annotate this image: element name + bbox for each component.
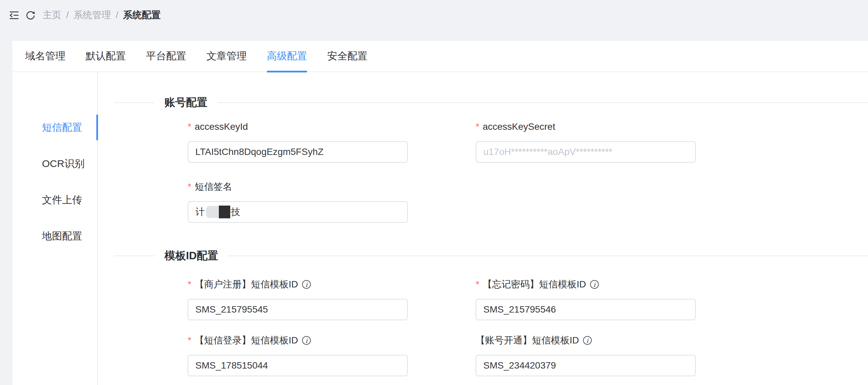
side-item-file-upload[interactable]: 文件上传 (12, 182, 97, 218)
field-access-key-id: * accessKeyId (188, 121, 408, 163)
field-label-text: 【忘记密码】短信模板ID (483, 278, 586, 291)
sms-sign-input[interactable]: 计 技 (188, 201, 408, 223)
required-asterisk: * (188, 279, 191, 290)
field-label: 【账号开通】短信模板ID i (476, 335, 696, 346)
side-item-map-config[interactable]: 地图配置 (12, 218, 97, 254)
template-sms-login-input[interactable] (188, 355, 408, 376)
top-navigation-bar: 主页 / 系统管理 / 系统配置 (0, 0, 868, 30)
required-asterisk: * (188, 121, 191, 132)
section-title-account: 账号配置 (164, 95, 208, 110)
field-template-register: * 【商户注册】短信模板ID i (188, 279, 408, 320)
required-asterisk: * (188, 335, 191, 346)
access-key-secret-input[interactable] (476, 141, 696, 163)
template-forgot-password-input[interactable] (476, 299, 696, 320)
sms-config-panel: 账号配置 * accessKeyId * accessKeySecret * 短… (98, 72, 868, 385)
field-access-key-secret: * accessKeySecret (476, 121, 696, 163)
breadcrumb-home[interactable]: 主页 (43, 9, 61, 22)
template-register-input[interactable] (188, 299, 408, 320)
field-template-forgot-password: * 【忘记密码】短信模板ID i (476, 279, 696, 320)
field-label: * accessKeySecret (476, 121, 696, 133)
template-account-open-input[interactable] (476, 355, 696, 376)
divider-line (114, 102, 154, 103)
sms-sign-value-prefix: 计 (195, 206, 205, 218)
field-label-text: 短信签名 (195, 180, 232, 193)
field-label: * accessKeyId (188, 121, 408, 133)
info-icon[interactable]: i (302, 280, 311, 289)
field-label: * 【短信登录】短信模板ID i (188, 335, 408, 346)
settings-side-menu: 短信配置 OCR识别 文件上传 地图配置 (12, 72, 98, 385)
tab-article-management[interactable]: 文章管理 (207, 41, 247, 72)
settings-tabbar: 域名管理 默认配置 平台配置 文章管理 高级配置 安全配置 (12, 41, 868, 72)
redaction-blob (219, 206, 230, 218)
settings-card: 域名管理 默认配置 平台配置 文章管理 高级配置 安全配置 短信配置 OCR识别… (12, 41, 868, 385)
tab-domain-management[interactable]: 域名管理 (25, 41, 65, 72)
sms-sign-value-suffix: 技 (231, 206, 240, 218)
info-icon[interactable]: i (590, 280, 599, 289)
field-label-text: 【短信登录】短信模板ID (195, 334, 298, 347)
tab-advanced-config[interactable]: 高级配置 (267, 41, 307, 72)
field-label-text: accessKeySecret (483, 121, 555, 132)
info-icon[interactable]: i (583, 336, 592, 345)
collapse-sidebar-icon[interactable] (9, 11, 19, 20)
required-asterisk: * (476, 121, 479, 132)
side-item-sms-config[interactable]: 短信配置 (12, 109, 97, 145)
divider-line (217, 102, 868, 103)
tab-security-config[interactable]: 安全配置 (327, 41, 368, 72)
tab-default-config[interactable]: 默认配置 (86, 41, 126, 72)
required-asterisk: * (476, 279, 479, 290)
section-title-template: 模板ID配置 (164, 248, 218, 263)
side-item-ocr[interactable]: OCR识别 (12, 145, 97, 182)
breadcrumb-separator: / (116, 10, 119, 21)
required-asterisk: * (188, 181, 191, 192)
breadcrumb-separator: / (66, 10, 69, 21)
field-template-sms-login: * 【短信登录】短信模板ID i (188, 335, 408, 376)
section-divider-template: 模板ID配置 (114, 248, 868, 263)
breadcrumb: 主页 / 系统管理 / 系统配置 (43, 9, 161, 22)
access-key-id-input[interactable] (188, 141, 408, 163)
breadcrumb-current-page: 系统配置 (123, 9, 161, 22)
info-icon[interactable]: i (302, 336, 311, 345)
field-label: * 【忘记密码】短信模板ID i (476, 279, 696, 290)
section-divider-account: 账号配置 (114, 95, 868, 110)
divider-line (228, 255, 868, 256)
breadcrumb-system-management[interactable]: 系统管理 (73, 9, 111, 22)
field-label: * 短信签名 (188, 181, 408, 193)
field-sms-sign: * 短信签名 计 技 (188, 181, 408, 223)
field-template-account-open: 【账号开通】短信模板ID i (476, 335, 696, 376)
divider-line (114, 255, 154, 256)
field-label-text: accessKeyId (195, 121, 248, 132)
field-label-text: 【账号开通】短信模板ID (476, 334, 579, 347)
refresh-icon[interactable] (26, 10, 36, 20)
tab-platform-config[interactable]: 平台配置 (146, 41, 186, 72)
field-label: * 【商户注册】短信模板ID i (188, 279, 408, 290)
field-label-text: 【商户注册】短信模板ID (195, 278, 298, 291)
